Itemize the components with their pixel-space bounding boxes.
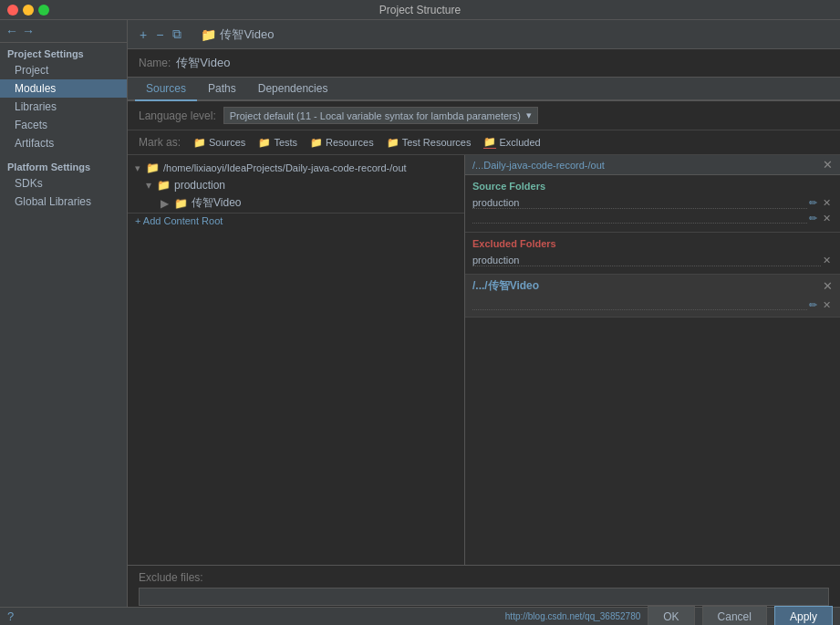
production-arrow: ▾ bbox=[146, 179, 151, 192]
sidebar: ← → Project Settings Project Modules Lib… bbox=[0, 20, 128, 625]
video-arrow: ▶ bbox=[161, 197, 169, 210]
tests-folder-icon: 📁 bbox=[258, 137, 271, 149]
window-title: Project Structure bbox=[379, 4, 461, 16]
source-folders-section: Source Folders production ✏ ✕ ✏ bbox=[465, 175, 840, 233]
forward-arrow[interactable]: → bbox=[22, 24, 35, 38]
selected-module: 📁 传智Video bbox=[201, 26, 274, 43]
copy-module-button[interactable]: ⧉ bbox=[170, 26, 184, 43]
language-level-row: Language level: Project default (11 - Lo… bbox=[128, 101, 840, 130]
detail-path-text: /...Daily-java-code-record-/out bbox=[472, 160, 605, 171]
nav-arrows: ← → bbox=[0, 20, 127, 43]
main-layout: ← → Project Settings Project Modules Lib… bbox=[0, 20, 840, 625]
minimize-traffic-light[interactable] bbox=[23, 5, 34, 16]
excluded-folder-item-text: production bbox=[472, 255, 821, 266]
tree-panel: ▾ 📁 /home/lixiaoyi/IdeaProjects/Daily-ja… bbox=[128, 155, 465, 565]
module-tabs: Sources Paths Dependencies bbox=[128, 78, 840, 101]
sources-folder-icon: 📁 bbox=[193, 137, 206, 149]
content-area: + − ⧉ 📁 传智Video Name: 传智Video Sources bbox=[128, 20, 840, 625]
excluded-folder-icon: 📁 bbox=[483, 136, 496, 149]
production-folder-label: production bbox=[174, 179, 225, 192]
add-module-button[interactable]: + bbox=[137, 26, 150, 43]
root-path-text: /home/lixiaoyi/IdeaProjects/Daily-java-c… bbox=[163, 162, 407, 173]
edit-source-empty-icon[interactable]: ✏ bbox=[807, 213, 819, 224]
video-empty-actions: ✏ ✕ bbox=[807, 299, 833, 311]
source-folder-actions: ✏ ✕ bbox=[807, 197, 833, 209]
remove-source-empty-icon[interactable]: ✕ bbox=[821, 213, 833, 224]
sidebar-item-modules[interactable]: Modules bbox=[0, 79, 127, 98]
remove-module-button[interactable]: − bbox=[153, 26, 166, 43]
apply-button[interactable]: Apply bbox=[774, 606, 833, 626]
source-folder-item-row: production ✏ ✕ bbox=[472, 195, 833, 211]
mark-sources-button[interactable]: 📁 Sources bbox=[190, 136, 249, 150]
module-toolbar: + − ⧉ bbox=[137, 26, 184, 43]
right-panel: Name: 传智Video Sources Paths Dependencies… bbox=[128, 49, 840, 625]
traffic-lights bbox=[7, 5, 49, 16]
sidebar-item-artifacts[interactable]: Artifacts bbox=[0, 134, 127, 152]
sidebar-item-global-libraries[interactable]: Global Libraries bbox=[0, 193, 127, 211]
root-folder-icon: 📁 bbox=[146, 161, 160, 174]
status-left: ? bbox=[7, 609, 14, 623]
language-level-select[interactable]: Project default (11 - Local variable syn… bbox=[223, 107, 538, 124]
mark-as-row: Mark as: 📁 Sources 📁 Tests 📁 Resources 📁… bbox=[128, 130, 840, 155]
module-folder-icon: 📁 bbox=[201, 27, 216, 42]
remove-video-icon[interactable]: ✕ bbox=[821, 299, 833, 311]
tab-sources[interactable]: Sources bbox=[135, 78, 197, 101]
test-resources-folder-icon: 📁 bbox=[387, 137, 399, 149]
tree-detail-area: ▾ 📁 /home/lixiaoyi/IdeaProjects/Daily-ja… bbox=[128, 155, 840, 565]
remove-excluded-folder-icon[interactable]: ✕ bbox=[821, 255, 833, 266]
language-level-label: Language level: bbox=[139, 109, 216, 122]
root-arrow: ▾ bbox=[135, 162, 140, 174]
mark-resources-button[interactable]: 📁 Resources bbox=[306, 136, 378, 150]
video-folder-icon: 📁 bbox=[174, 197, 188, 210]
project-settings-label: Project Settings bbox=[0, 43, 127, 61]
title-bar: Project Structure bbox=[0, 0, 840, 20]
close-traffic-light[interactable] bbox=[7, 5, 18, 16]
mark-excluded-button[interactable]: 📁 Excluded bbox=[480, 135, 544, 150]
resources-folder-icon: 📁 bbox=[310, 137, 323, 149]
status-bar: ? http://blog.csdn.net/qq_36852780 OK Ca… bbox=[0, 607, 840, 625]
tree-video-folder[interactable]: ▶ 📁 传智Video bbox=[128, 193, 464, 213]
mark-tests-button[interactable]: 📁 Tests bbox=[254, 136, 301, 150]
module-name-value: 传智Video bbox=[176, 55, 230, 71]
ok-button[interactable]: OK bbox=[648, 606, 694, 626]
mark-test-resources-button[interactable]: 📁 Test Resources bbox=[383, 136, 475, 150]
excluded-folders-title: Excluded Folders bbox=[472, 238, 833, 249]
sidebar-item-project[interactable]: Project bbox=[0, 61, 127, 79]
cancel-button[interactable]: Cancel bbox=[702, 606, 767, 626]
tab-paths[interactable]: Paths bbox=[197, 78, 247, 101]
source-folders-title: Source Folders bbox=[472, 181, 833, 192]
detail-close-button[interactable]: ✕ bbox=[823, 159, 833, 171]
excluded-folder-actions: ✕ bbox=[821, 255, 833, 266]
exclude-files-label: Exclude files: bbox=[139, 571, 829, 584]
source-empty-line bbox=[472, 214, 807, 224]
video-subfolder-detail: /.../传智Video ✕ ✏ ✕ bbox=[465, 275, 840, 318]
video-subfolder-close-button[interactable]: ✕ bbox=[823, 280, 833, 292]
source-empty-actions: ✏ ✕ bbox=[807, 213, 833, 224]
video-empty-line bbox=[472, 301, 807, 310]
video-folder-label: 传智Video bbox=[192, 195, 241, 211]
add-content-root-button[interactable]: + Add Content Root bbox=[128, 213, 464, 228]
excluded-folders-section: Excluded Folders production ✕ bbox=[465, 233, 840, 275]
source-folder-empty-row: ✏ ✕ bbox=[472, 211, 833, 226]
help-icon[interactable]: ? bbox=[7, 609, 14, 623]
production-folder-icon: 📁 bbox=[157, 179, 171, 192]
platform-settings-label: Platform Settings bbox=[0, 156, 127, 174]
video-subfolder-title: /.../传智Video ✕ bbox=[472, 278, 833, 294]
sidebar-item-facets[interactable]: Facets bbox=[0, 116, 127, 134]
edit-source-folder-icon[interactable]: ✏ bbox=[807, 197, 819, 209]
status-link[interactable]: http://blog.csdn.net/qq_36852780 bbox=[505, 611, 640, 621]
maximize-traffic-light[interactable] bbox=[38, 5, 49, 16]
detail-path-header: /...Daily-java-code-record-/out ✕ bbox=[465, 155, 840, 175]
module-header: + − ⧉ 📁 传智Video bbox=[128, 20, 840, 49]
exclude-files-input[interactable] bbox=[139, 588, 829, 606]
sidebar-item-libraries[interactable]: Libraries bbox=[0, 98, 127, 116]
module-name-label: 传智Video bbox=[220, 26, 274, 43]
excluded-folder-item-row: production ✕ bbox=[472, 253, 833, 268]
back-arrow[interactable]: ← bbox=[5, 24, 18, 38]
tab-dependencies[interactable]: Dependencies bbox=[247, 78, 339, 101]
remove-source-folder-icon[interactable]: ✕ bbox=[821, 197, 833, 209]
detail-panel: /...Daily-java-code-record-/out ✕ Source… bbox=[465, 155, 840, 565]
sidebar-item-sdks[interactable]: SDKs bbox=[0, 174, 127, 193]
edit-video-icon[interactable]: ✏ bbox=[807, 299, 819, 311]
tree-production-folder[interactable]: ▾ 📁 production bbox=[128, 177, 464, 193]
